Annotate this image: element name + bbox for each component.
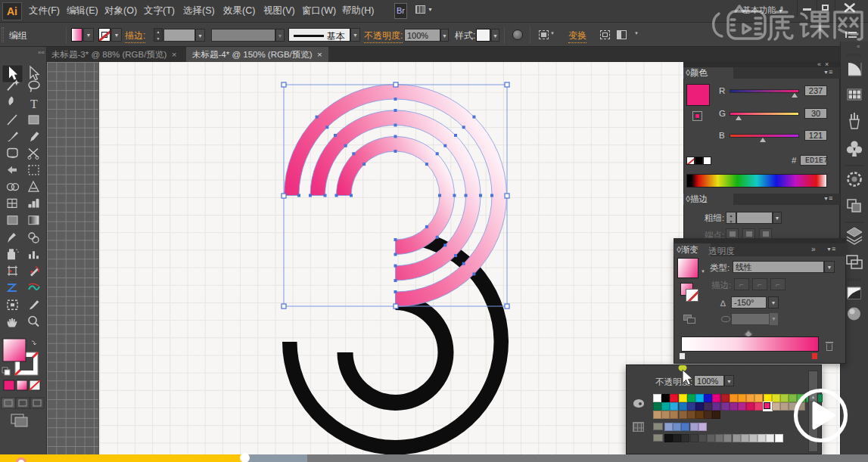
svg-text:««: «« xyxy=(38,49,45,56)
svg-text:«: « xyxy=(857,43,860,50)
svg-text:T: T xyxy=(30,98,38,110)
